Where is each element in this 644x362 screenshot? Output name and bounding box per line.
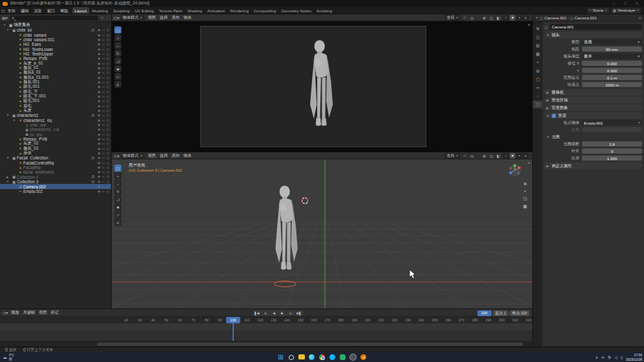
playhead-frame-label[interactable]: 100	[226, 317, 240, 323]
filter-icon[interactable]: ▽	[100, 15, 103, 20]
maximize-button[interactable]: □	[621, 0, 630, 7]
disable-render-icon[interactable]: ◲	[107, 34, 109, 37]
current-frame-field[interactable]: 100	[477, 310, 492, 316]
outliner-search-input[interactable]	[10, 15, 99, 21]
menu-item[interactable]: 编辑	[18, 7, 31, 14]
properties-tab[interactable]	[533, 34, 543, 41]
shading-mode-icon[interactable]	[510, 153, 515, 159]
disable-render-icon[interactable]: ◲	[107, 180, 109, 184]
hide-eye-icon[interactable]: ◉	[98, 34, 100, 37]
taskbar-app-icon[interactable]	[287, 354, 295, 361]
workspace-tab[interactable]: Layout	[72, 7, 90, 14]
shading-mode-icon[interactable]	[523, 153, 528, 159]
disable-render-icon[interactable]: ◲	[107, 109, 109, 112]
disable-render-icon[interactable]: ◲	[107, 166, 109, 169]
disable-viewport-icon[interactable]: ▭	[102, 105, 105, 108]
menu-item[interactable]: 渲染	[31, 7, 44, 14]
viewport-menu-item[interactable]: 视图	[146, 153, 158, 159]
toggle-perspective-icon[interactable]: ▦	[523, 204, 527, 209]
hide-eye-icon[interactable]: ◉	[98, 99, 100, 103]
hide-eye-icon[interactable]: ◉	[98, 28, 100, 32]
outliner-row[interactable]: ▶ Collection 4 ☑ ◉ ▭ ◲	[0, 175, 111, 179]
outliner-row[interactable]: facial_landmarks ☑ ◉ ▭ ◲	[0, 170, 111, 174]
mode-selector[interactable]: 物体模式 ▼	[121, 153, 145, 159]
disable-render-icon[interactable]: ◲	[107, 71, 109, 74]
disable-render-icon[interactable]: ◲	[107, 105, 109, 108]
show-overlays-icon[interactable]: ◫	[488, 154, 494, 158]
breadcrumb-object[interactable]: Camera.002	[545, 15, 566, 20]
expander-icon[interactable]: ▼	[6, 114, 11, 117]
hide-eye-icon[interactable]: ◉	[98, 123, 100, 126]
scene-unlink-icon[interactable]: ×	[605, 8, 607, 12]
hide-eye-icon[interactable]: ◉	[98, 190, 100, 193]
workspace-tab[interactable]: Texture Paint	[156, 7, 185, 14]
pin-icon[interactable]: ⊙	[638, 16, 641, 20]
viewport-menu-item[interactable]: 选择	[158, 153, 169, 159]
proportional-edit-icon[interactable]: ◎	[469, 154, 475, 158]
disable-viewport-icon[interactable]: ▭	[102, 90, 105, 94]
properties-tab[interactable]	[533, 92, 543, 100]
viewport-menu-item[interactable]: 物体	[182, 153, 193, 159]
disable-viewport-icon[interactable]: ▭	[102, 95, 105, 98]
shading-mode-icon[interactable]	[510, 15, 515, 21]
tool-button[interactable]	[114, 196, 121, 203]
disable-render-icon[interactable]: ◲	[107, 28, 109, 32]
taskbar-app-icon[interactable]	[339, 354, 347, 361]
custom-properties-header[interactable]: ▶ 自定义属性	[545, 163, 642, 169]
workspace-tab[interactable]: Geometry Nodes	[278, 7, 314, 14]
hide-eye-icon[interactable]: ◉	[98, 114, 100, 117]
disable-render-icon[interactable]: ◲	[107, 43, 109, 46]
properties-tab[interactable]	[533, 25, 543, 33]
tool-button[interactable]	[114, 73, 121, 80]
property-field[interactable]: 1000 m ▼ ×	[582, 82, 642, 88]
tray-expand-icon[interactable]: ∧	[596, 355, 598, 359]
outliner-row[interactable]: chibi_variant.001 ☑ ◉ ▭ ◲	[0, 37, 111, 42]
battery-icon[interactable]: ▯	[621, 355, 623, 359]
frame-start-field[interactable]: 起点 1	[493, 310, 508, 316]
workspace-tab[interactable]: Rendering	[227, 7, 251, 14]
disable-viewport-icon[interactable]: ▭	[102, 62, 105, 65]
hide-eye-icon[interactable]: ◉	[98, 166, 100, 169]
transport-button[interactable]	[253, 310, 261, 316]
xray-toggle-icon[interactable]: ◧	[495, 154, 501, 158]
outliner-editor-icon[interactable]: ▤▾	[2, 15, 8, 20]
hide-eye-icon[interactable]: ◉	[98, 85, 100, 88]
disable-viewport-icon[interactable]: ▭	[102, 166, 105, 169]
disable-viewport-icon[interactable]: ▭	[102, 57, 105, 60]
show-gizmo-icon[interactable]: ⊕	[481, 154, 487, 158]
property-field[interactable]: 0.1 m ▼ ×	[582, 75, 642, 81]
properties-tab[interactable]	[533, 50, 543, 58]
rig-root-ring[interactable]	[272, 280, 298, 288]
outliner-row[interactable]: HG_TeethUpper ☑ ◉ ▭ ◲	[0, 52, 111, 56]
dof-panel-header[interactable]: ▼ ✓ 景深	[545, 112, 642, 119]
transport-button[interactable]	[287, 310, 295, 316]
mode-selector[interactable]: 物体模式 ▼	[121, 15, 145, 21]
timeline-editor-icon[interactable]: ◷▾	[3, 310, 8, 315]
disable-render-icon[interactable]: ◲	[107, 114, 109, 117]
disable-viewport-icon[interactable]: ▭	[102, 156, 105, 160]
property-field[interactable]: 0 ▼ ×	[582, 148, 642, 154]
collection-checkbox-icon[interactable]: ☑	[92, 175, 96, 179]
outliner-row[interactable]: Empty.002 ☑ ◉ ▭ ◲	[0, 189, 111, 194]
disable-viewport-icon[interactable]: ▭	[102, 133, 105, 136]
disable-viewport-icon[interactable]: ▭	[102, 137, 105, 141]
properties-tab[interactable]	[533, 59, 543, 66]
menu-item[interactable]: 窗口	[45, 7, 57, 14]
hide-eye-icon[interactable]: ◉	[98, 57, 100, 60]
scene-collection-row[interactable]: ▼ ▦ 场景集合	[0, 22, 111, 28]
timeline-scrollbar[interactable]	[0, 341, 532, 347]
hide-eye-icon[interactable]: ◉	[98, 62, 100, 65]
disable-render-icon[interactable]: ◲	[107, 170, 109, 174]
hide-eye-icon[interactable]: ◉	[98, 147, 100, 150]
timeline-menu-item[interactable]: 视图	[37, 310, 48, 316]
dof-checkbox[interactable]: ✓	[552, 114, 556, 118]
timeline-menu-item[interactable]: 播放	[9, 310, 21, 316]
taskbar-app-icon[interactable]	[360, 354, 368, 361]
workspace-tab[interactable]: UV Editing	[132, 7, 156, 14]
disable-render-icon[interactable]: ◲	[107, 85, 109, 88]
property-field[interactable]: 透视 ▼ ×	[582, 39, 642, 45]
snap-magnet-icon[interactable]: ∩	[462, 15, 468, 19]
character-model[interactable]	[298, 38, 340, 143]
zoom-icon[interactable]: ⊕	[523, 181, 527, 186]
disable-viewport-icon[interactable]: ▭	[102, 99, 105, 103]
